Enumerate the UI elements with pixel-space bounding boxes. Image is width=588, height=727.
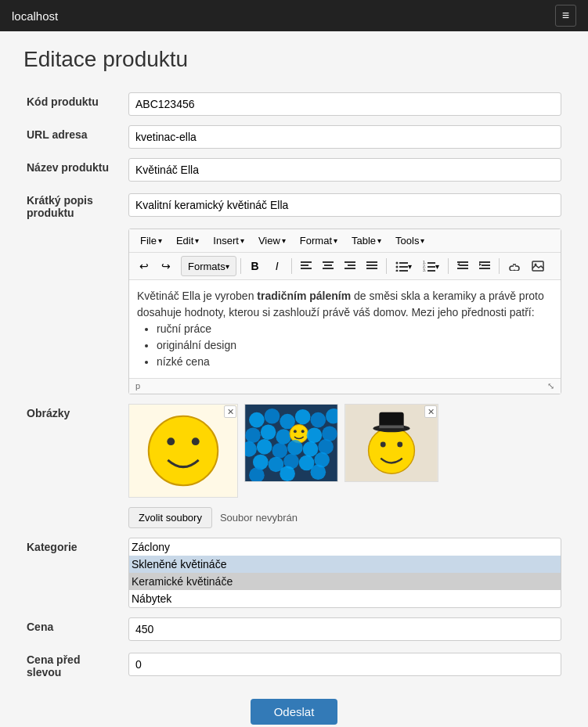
undo-redo-group: [134, 256, 176, 276]
editor-menu-edit[interactable]: Edit ▾: [170, 232, 205, 249]
formats-dropdown-button[interactable]: Formats ▾: [181, 256, 236, 276]
indent-decrease-button[interactable]: [474, 256, 495, 276]
editor-menu-format[interactable]: Format ▾: [294, 232, 344, 249]
svg-rect-6: [345, 261, 355, 263]
choose-files-button[interactable]: Zvolit soubory: [128, 507, 212, 528]
svg-rect-17: [399, 270, 408, 272]
kratky-popis-label: Krátký popis produktu: [23, 186, 125, 224]
remove-image-1-button[interactable]: ✕: [224, 405, 236, 418]
bold-button[interactable]: B: [245, 256, 265, 276]
cena-input[interactable]: [128, 617, 561, 641]
image-icon: [532, 261, 544, 272]
category-row: Kategorie Záclony Skleněné květináče Ker…: [23, 533, 565, 613]
svg-point-48: [276, 429, 291, 444]
nazev-input[interactable]: [128, 158, 561, 182]
image-button[interactable]: [527, 256, 549, 276]
svg-point-40: [249, 412, 265, 428]
ordered-list-button[interactable]: 1. 2. 3. ▾: [418, 256, 444, 276]
images-row: Obrázky ✕: [23, 399, 565, 502]
svg-point-51: [294, 430, 297, 433]
svg-point-54: [322, 426, 337, 441]
editor-content[interactable]: Květináč Ella je vyroben tradičním pálen…: [129, 280, 561, 378]
svg-rect-76: [379, 425, 403, 428]
link-button[interactable]: [503, 256, 525, 276]
rich-text-editor: File ▾ Edit ▾ Insert ▾ View: [128, 229, 561, 394]
align-center-button[interactable]: [318, 256, 338, 276]
blue-balls-image: [244, 404, 338, 482]
align-justify-button[interactable]: [362, 256, 382, 276]
remove-image-3-button[interactable]: ✕: [424, 405, 437, 418]
url-input[interactable]: [128, 125, 561, 149]
resize-handle-icon: ⤡: [547, 381, 554, 391]
category-option-nabytek[interactable]: Nábytek: [129, 590, 561, 607]
list-item-3: nízké cena: [157, 354, 553, 370]
redo-button[interactable]: [156, 256, 176, 276]
align-right-button[interactable]: [340, 256, 360, 276]
nazev-label: Název produktu: [23, 153, 125, 186]
svg-rect-10: [366, 265, 377, 266]
image-thumb-2: [244, 404, 338, 482]
align-justify-icon: [366, 261, 377, 271]
editor-menu-view[interactable]: View ▾: [252, 232, 292, 249]
align-left-button[interactable]: [296, 256, 316, 276]
svg-point-68: [311, 464, 326, 480]
navbar: localhost ≡: [0, 0, 588, 31]
navbar-toggle-button[interactable]: ≡: [555, 5, 576, 27]
file-upload-row: Zvolit soubory Soubor nevybrán: [23, 502, 565, 533]
unordered-list-button[interactable]: ▾: [391, 256, 417, 276]
image-thumb-1: ✕: [128, 404, 238, 498]
kod-row: Kód produktu: [23, 88, 565, 121]
cena-pred-slevou-input[interactable]: [128, 653, 561, 676]
editor-menu-insert[interactable]: Insert ▾: [207, 232, 251, 249]
svg-rect-4: [324, 265, 332, 266]
svg-rect-26: [457, 268, 468, 269]
cena-label: Cena: [23, 613, 125, 646]
svg-point-43: [295, 409, 311, 425]
url-label: URL adresa: [23, 121, 125, 153]
url-row: URL adresa: [23, 121, 565, 153]
svg-point-60: [318, 439, 334, 455]
svg-rect-28: [479, 261, 490, 263]
category-option-zaclony[interactable]: Záclony: [129, 538, 561, 556]
editor-row: File ▾ Edit ▾ Insert ▾ View: [23, 224, 565, 399]
insert-caret-icon: ▾: [240, 236, 244, 245]
formats-caret-icon: ▾: [225, 262, 229, 271]
svg-point-73: [397, 442, 402, 448]
kratky-popis-input[interactable]: [128, 193, 561, 217]
svg-point-46: [245, 427, 261, 443]
link-icon: [508, 261, 521, 271]
unordered-list-icon: [395, 261, 408, 272]
svg-rect-2: [301, 268, 312, 269]
toolbar-separator-4: [448, 258, 449, 274]
svg-marker-31: [479, 263, 482, 266]
editor-menu-table[interactable]: Table ▾: [345, 232, 388, 249]
file-caret-icon: ▾: [158, 236, 162, 245]
category-select[interactable]: Záclony Skleněné květináče Keramické kvě…: [128, 538, 561, 608]
svg-rect-25: [460, 265, 468, 266]
svg-point-16: [395, 270, 398, 272]
editor-menu-tools[interactable]: Tools ▾: [389, 232, 431, 249]
italic-button[interactable]: I: [267, 256, 287, 276]
submit-row: Odeslat: [23, 699, 565, 725]
svg-rect-1: [301, 265, 308, 266]
svg-rect-24: [457, 261, 468, 263]
svg-rect-0: [301, 261, 312, 263]
indent-increase-button[interactable]: [453, 256, 473, 276]
editor-menu-file[interactable]: File ▾: [134, 232, 168, 249]
align-center-icon: [323, 261, 334, 271]
svg-rect-13: [399, 262, 408, 264]
svg-point-57: [272, 443, 288, 459]
undo-button[interactable]: [134, 256, 154, 276]
category-option-sklenene[interactable]: Skleněné květináče: [129, 556, 561, 573]
svg-rect-5: [323, 268, 334, 269]
navbar-brand: localhost: [12, 9, 58, 23]
svg-point-58: [287, 440, 303, 455]
kod-input[interactable]: [128, 92, 561, 116]
submit-button[interactable]: Odeslat: [251, 699, 338, 725]
toolbar-separator-3: [386, 258, 387, 274]
category-option-keramicke[interactable]: Keramické květináče: [129, 573, 561, 590]
svg-rect-30: [479, 268, 490, 269]
editor-statusbar: p ⤡: [129, 378, 561, 394]
product-form: Kód produktu URL adresa Název produktu K…: [23, 88, 565, 683]
svg-rect-8: [345, 268, 355, 269]
